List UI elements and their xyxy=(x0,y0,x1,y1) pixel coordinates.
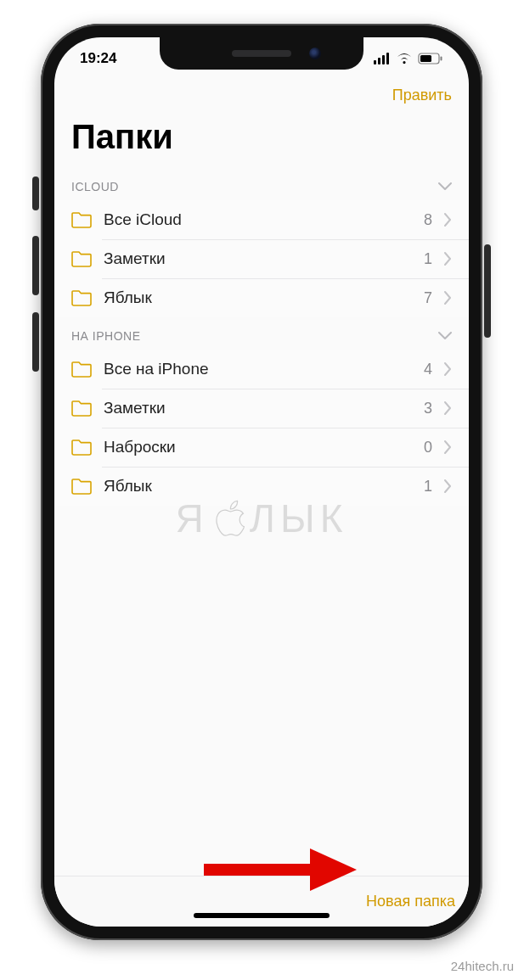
status-right-cluster xyxy=(374,53,443,64)
folder-row[interactable]: Все на iPhone 4 xyxy=(54,350,469,389)
side-button-vol-up xyxy=(32,236,39,295)
home-indicator[interactable] xyxy=(194,913,330,918)
folder-icon xyxy=(71,211,92,228)
section-header-icloud[interactable]: ICLOUD xyxy=(54,168,469,200)
folder-label: Яблык xyxy=(104,477,424,496)
nav-bar: Править xyxy=(54,80,469,109)
notch xyxy=(160,37,363,70)
svg-rect-2 xyxy=(382,55,385,64)
chevron-down-icon xyxy=(438,182,452,191)
folder-count: 1 xyxy=(424,250,432,268)
folder-icon xyxy=(71,250,92,267)
section-title: НА IPHONE xyxy=(71,329,141,343)
folder-icon xyxy=(71,400,92,417)
bottom-toolbar: Новая папка xyxy=(54,876,469,927)
folder-count: 3 xyxy=(424,400,432,417)
folder-label: Заметки xyxy=(104,399,424,417)
svg-rect-5 xyxy=(420,55,431,62)
page: 19:24 Править Папки xyxy=(0,0,524,980)
screen: 19:24 Править Папки xyxy=(54,37,469,927)
edit-button[interactable]: Править xyxy=(392,87,452,104)
section-header-iphone[interactable]: НА IPHONE xyxy=(54,317,469,350)
status-time: 19:24 xyxy=(80,50,116,67)
side-button-vol-down xyxy=(32,312,39,372)
chevron-right-icon xyxy=(444,291,452,305)
chevron-right-icon xyxy=(444,252,452,266)
battery-icon xyxy=(418,53,443,64)
front-camera xyxy=(309,48,321,59)
side-button-mute xyxy=(32,176,39,210)
section-list-iphone: Все на iPhone 4 Заметки 3 xyxy=(54,350,469,506)
site-attribution: 24hitech.ru xyxy=(451,959,514,973)
folder-icon xyxy=(71,361,92,378)
wifi-icon xyxy=(396,53,413,64)
side-button-power xyxy=(484,244,491,338)
folder-icon xyxy=(71,439,92,456)
folder-row[interactable]: Все iCloud 8 xyxy=(54,200,469,239)
svg-rect-3 xyxy=(386,53,389,64)
chevron-right-icon xyxy=(444,401,452,415)
chevron-right-icon xyxy=(444,362,452,376)
svg-rect-6 xyxy=(441,57,442,61)
folder-row[interactable]: Заметки 3 xyxy=(54,389,469,428)
folder-count: 4 xyxy=(424,361,432,378)
folder-icon xyxy=(71,289,92,306)
chevron-right-icon xyxy=(444,213,452,227)
folder-label: Наброски xyxy=(104,438,424,456)
section-title: ICLOUD xyxy=(71,180,119,193)
folder-count: 0 xyxy=(424,439,432,456)
folder-icon xyxy=(71,478,92,495)
cellular-signal-icon xyxy=(374,53,391,64)
folder-label: Яблык xyxy=(104,288,424,307)
svg-rect-1 xyxy=(378,58,380,64)
chevron-right-icon xyxy=(444,440,452,454)
chevron-right-icon xyxy=(444,479,452,493)
new-folder-button[interactable]: Новая папка xyxy=(366,893,455,910)
folder-count: 1 xyxy=(424,478,432,496)
folder-count: 8 xyxy=(424,211,432,229)
folder-row[interactable]: Заметки 1 xyxy=(54,239,469,278)
folder-count: 7 xyxy=(424,289,432,307)
folder-row[interactable]: Яблык 1 xyxy=(54,467,469,506)
svg-rect-0 xyxy=(374,60,376,64)
folder-row[interactable]: Яблык 7 xyxy=(54,278,469,317)
folder-label: Все iCloud xyxy=(104,210,424,229)
folder-row[interactable]: Наброски 0 xyxy=(54,428,469,467)
chevron-down-icon xyxy=(438,332,452,340)
section-list-icloud: Все iCloud 8 Заметки 1 xyxy=(54,200,469,317)
folder-label: Все на iPhone xyxy=(104,360,424,378)
speaker-grill xyxy=(232,50,291,57)
phone-frame: 19:24 Править Папки xyxy=(41,24,482,940)
page-title: Папки xyxy=(54,109,469,168)
folder-list-scroll[interactable]: ICLOUD Все iCloud 8 xyxy=(54,168,469,876)
folder-label: Заметки xyxy=(104,249,424,268)
